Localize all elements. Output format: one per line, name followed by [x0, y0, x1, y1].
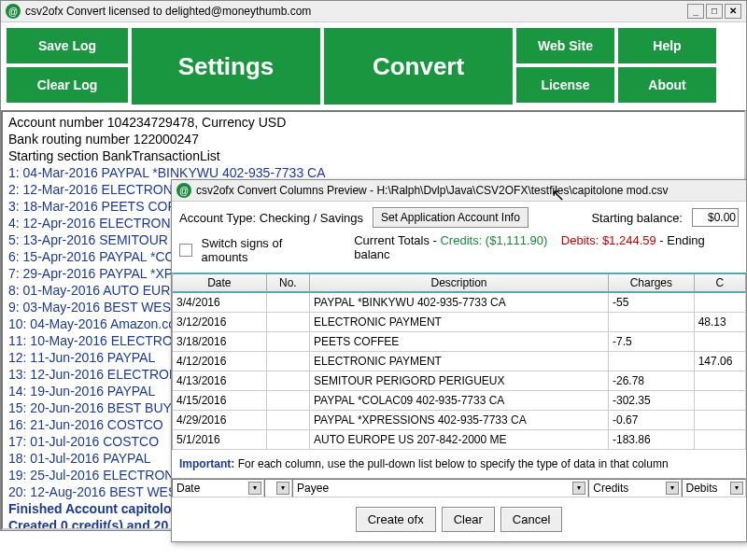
app-logo-icon: @: [176, 183, 191, 198]
license-button[interactable]: License: [516, 67, 614, 103]
col-select-debits[interactable]: Debits▾: [682, 479, 746, 497]
debits-total: Debits: $1,244.59: [561, 233, 656, 247]
cell-cr: [695, 293, 746, 313]
cell-no: [267, 391, 310, 411]
info-row-2: Switch signs of amounts Current Totals -…: [172, 233, 746, 273]
cell-chg: -302.35: [609, 391, 695, 411]
cell-no: [267, 411, 310, 430]
cell-date: 3/18/2016: [173, 332, 267, 352]
chevron-down-icon: ▾: [572, 482, 585, 495]
chevron-down-icon: ▾: [730, 482, 743, 495]
cell-date: 4/29/2016: [173, 411, 267, 430]
preview-title: csv2ofx Convert Columns Preview - H:\Ral…: [196, 184, 669, 197]
app-logo-icon: @: [6, 4, 21, 19]
cell-chg: -0.67: [609, 411, 695, 430]
cell-chg: -55: [609, 293, 695, 313]
main-toolbar: Save Log Clear Log Settings Convert Web …: [1, 22, 746, 110]
save-log-button[interactable]: Save Log: [7, 28, 128, 63]
clear-button[interactable]: Clear: [442, 507, 495, 532]
table-row[interactable]: 3/12/2016ELECTRONIC PAYMENT48.13: [173, 313, 746, 332]
col-header-charges[interactable]: Charges: [609, 274, 695, 293]
website-button[interactable]: Web Site: [516, 28, 614, 63]
cell-desc: ELECTRONIC PAYMENT: [310, 352, 609, 371]
cell-no: [267, 430, 310, 450]
cell-date: 4/13/2016: [173, 371, 267, 391]
main-titlebar: @ csv2ofx Convert licensed to delighted@…: [1, 1, 746, 22]
minimize-button[interactable]: _: [687, 4, 704, 19]
chevron-down-icon: ▾: [248, 482, 261, 495]
col-header-date[interactable]: Date: [173, 274, 267, 293]
preview-titlebar: @ csv2ofx Convert Columns Preview - H:\R…: [172, 180, 746, 202]
chevron-down-icon: ▾: [666, 482, 679, 495]
col-header-no[interactable]: No.: [267, 274, 310, 293]
log-line: Account number 104234729478, Currency US…: [8, 114, 739, 131]
starting-balance-input[interactable]: [692, 208, 739, 227]
col-select-payee[interactable]: Payee▾: [292, 479, 588, 497]
table-row[interactable]: 4/29/2016PAYPAL *XPRESSIONS 402-935-7733…: [173, 411, 746, 430]
grid-header: Date No. Description Charges C: [173, 274, 746, 293]
cell-desc: AUTO EUROPE US 207-842-2000 ME: [310, 430, 609, 450]
col-select-date[interactable]: Date▾: [172, 479, 264, 497]
switch-signs-label: Switch signs of amounts: [202, 236, 329, 264]
account-type-label: Account Type: Checking / Savings: [179, 211, 363, 225]
help-button[interactable]: Help: [618, 28, 716, 63]
info-row-1: Account Type: Checking / Savings Set App…: [172, 202, 746, 233]
main-title: csv2ofx Convert licensed to delighted@mo…: [25, 5, 687, 18]
table-row[interactable]: 3/4/2016PAYPAL *BINKYWU 402-935-7733 CA-…: [173, 293, 746, 313]
column-selectors: Date▾ ▾ Payee▾ Credits▾ Debits▾: [172, 478, 746, 497]
cell-desc: PAYPAL *COLAC09 402-935-7733 CA: [310, 391, 609, 411]
cell-cr: 147.06: [695, 352, 746, 371]
credits-total: Credits: ($1,111.90): [440, 233, 547, 247]
cell-cr: [695, 411, 746, 430]
cell-chg: -26.78: [609, 371, 695, 391]
cell-desc: PAYPAL *BINKYWU 402-935-7733 CA: [310, 293, 609, 313]
cell-date: 4/12/2016: [173, 352, 267, 371]
table-row[interactable]: 5/1/2016AUTO EUROPE US 207-842-2000 ME-1…: [173, 430, 746, 450]
starting-balance-label: Starting balance:: [591, 211, 683, 225]
cell-desc: ELECTRONIC PAYMENT: [310, 313, 609, 332]
cell-desc: SEMITOUR PERIGORD PERIGUEUX: [310, 371, 609, 391]
col-header-description[interactable]: Description: [310, 274, 609, 293]
cancel-button[interactable]: Cancel: [500, 507, 562, 532]
action-row: Create ofx Clear Cancel: [172, 497, 746, 541]
cell-cr: [695, 391, 746, 411]
current-totals: Current Totals - Credits: ($1,111.90) De…: [346, 233, 739, 267]
cell-date: 4/15/2016: [173, 391, 267, 411]
table-row[interactable]: 4/13/2016SEMITOUR PERIGORD PERIGUEUX-26.…: [173, 371, 746, 391]
clear-log-button[interactable]: Clear Log: [7, 67, 128, 103]
cell-desc: PEETS COFFEE: [310, 332, 609, 352]
cell-date: 5/1/2016: [173, 430, 267, 450]
convert-button[interactable]: Convert: [324, 28, 513, 105]
log-line: Bank routing number 122000247: [8, 131, 739, 147]
important-label: Important:: [179, 457, 234, 470]
table-row[interactable]: 4/15/2016PAYPAL *COLAC09 402-935-7733 CA…: [173, 391, 746, 411]
cell-chg: -183.86: [609, 430, 695, 450]
cell-cr: 48.13: [695, 313, 746, 332]
switch-signs-checkbox[interactable]: [179, 244, 192, 257]
table-row[interactable]: 3/18/2016PEETS COFFEE-7.5: [173, 332, 746, 352]
cell-no: [267, 293, 310, 313]
cell-cr: [695, 371, 746, 391]
close-button[interactable]: ✕: [725, 4, 741, 19]
maximize-button[interactable]: □: [706, 4, 723, 19]
create-ofx-button[interactable]: Create ofx: [356, 507, 436, 532]
cell-no: [267, 371, 310, 391]
col-header-credits[interactable]: C: [695, 274, 746, 293]
cell-date: 3/4/2016: [173, 293, 267, 313]
col-select-no[interactable]: ▾: [264, 479, 292, 497]
about-button[interactable]: About: [618, 67, 716, 103]
cell-no: [267, 313, 310, 332]
cell-cr: [695, 332, 746, 352]
transactions-grid: Date No. Description Charges C 3/4/2016P…: [172, 273, 746, 450]
cell-chg: -7.5: [609, 332, 695, 352]
settings-button[interactable]: Settings: [132, 28, 320, 105]
cell-cr: [695, 430, 746, 450]
cell-no: [267, 352, 310, 371]
cell-no: [267, 332, 310, 352]
preview-window: @ csv2ofx Convert Columns Preview - H:\R…: [171, 179, 747, 542]
chevron-down-icon: ▾: [276, 482, 289, 495]
col-select-credits[interactable]: Credits▾: [588, 479, 681, 497]
table-row[interactable]: 4/12/2016ELECTRONIC PAYMENT147.06: [173, 352, 746, 371]
cell-date: 3/12/2016: [173, 313, 267, 332]
set-application-account-button[interactable]: Set Application Account Info: [373, 207, 529, 228]
